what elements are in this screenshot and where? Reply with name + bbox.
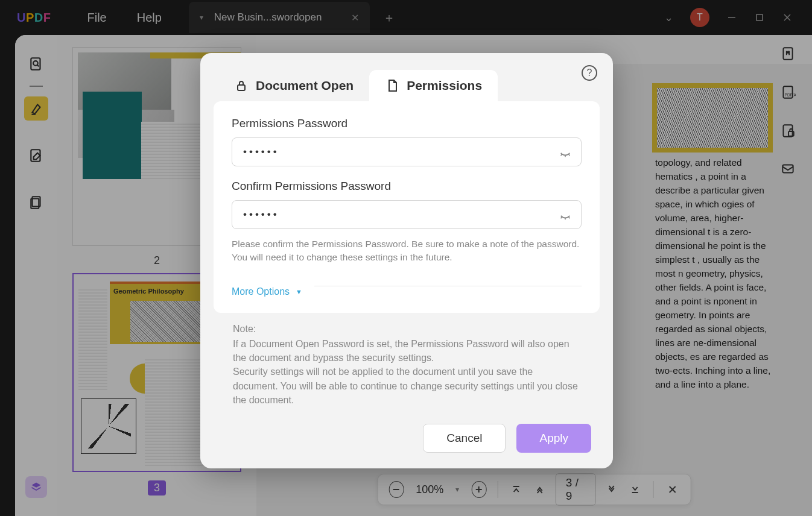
permissions-icon <box>385 78 399 93</box>
confirm-password-label: Confirm Permissions Password <box>232 180 582 193</box>
note-body: If a Document Open Password is set, the … <box>233 337 580 407</box>
chevron-down-icon: ▼ <box>296 288 302 295</box>
help-icon[interactable]: ? <box>582 65 597 81</box>
confirm-password-input[interactable] <box>232 200 582 229</box>
svg-rect-24 <box>238 85 245 90</box>
more-options-link[interactable]: More Options▼ <box>232 286 302 297</box>
lock-icon <box>234 78 249 93</box>
tab-document-open[interactable]: Document Open <box>218 70 369 101</box>
dialog-tabs: Document Open Permissions <box>200 53 613 101</box>
note-title: Note: <box>233 324 580 335</box>
tab-document-open-label: Document Open <box>256 78 354 93</box>
security-dialog: ? Document Open Permissions Permissions … <box>200 53 613 468</box>
svg-line-30 <box>569 217 570 219</box>
show-password-icon[interactable] <box>559 145 572 159</box>
tab-permissions-label: Permissions <box>407 78 482 93</box>
svg-line-28 <box>561 217 562 219</box>
tab-permissions[interactable]: Permissions <box>369 70 498 101</box>
svg-line-25 <box>561 154 562 156</box>
show-confirm-password-icon[interactable] <box>559 208 572 221</box>
cancel-button[interactable]: Cancel <box>423 424 506 453</box>
confirm-helper-text: Please confirm the Permissions Password.… <box>232 238 582 265</box>
permissions-password-input[interactable] <box>232 137 582 166</box>
dialog-actions: Cancel Apply <box>200 407 613 453</box>
svg-line-27 <box>569 154 570 156</box>
dialog-body: Permissions Password Confirm Permissions… <box>214 101 600 313</box>
apply-button[interactable]: Apply <box>516 424 591 453</box>
permissions-password-label: Permissions Password <box>232 117 582 130</box>
dialog-note: Note: If a Document Open Password is set… <box>200 313 613 407</box>
